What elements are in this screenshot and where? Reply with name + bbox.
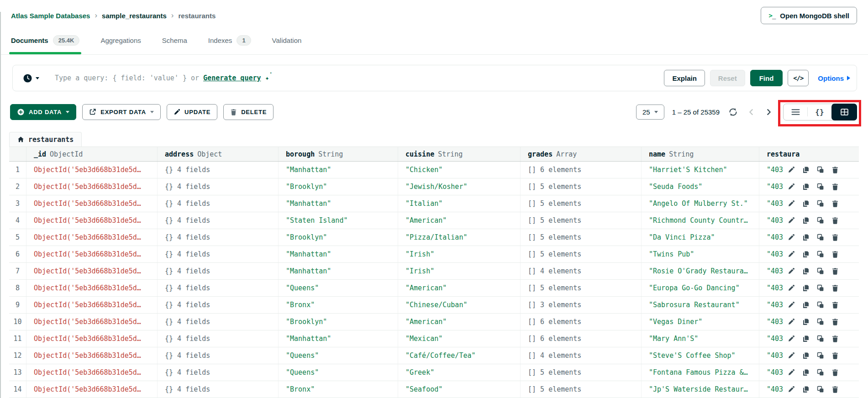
delete-document-button[interactable] <box>831 183 839 191</box>
generate-query-link[interactable]: Generate query <box>203 74 261 82</box>
delete-document-button[interactable] <box>831 318 839 326</box>
copy-document-button[interactable] <box>802 386 810 393</box>
cell-borough[interactable]: "Manhattan" <box>279 246 398 262</box>
cell-address[interactable]: {} 4 fields <box>158 280 279 296</box>
edit-document-button[interactable] <box>787 369 795 377</box>
delete-document-button[interactable] <box>831 369 839 377</box>
cell-address[interactable]: {} 4 fields <box>158 212 279 229</box>
column-header-borough[interactable]: boroughString <box>279 147 398 161</box>
cell-name[interactable]: "Harriet'S Kitchen" <box>642 162 759 178</box>
cell-name[interactable]: "Mary Ann'S" <box>642 330 759 347</box>
query-history-button[interactable] <box>23 73 39 83</box>
cell-grades[interactable]: [] 5 elements <box>521 195 642 212</box>
cell-borough[interactable]: "Manhattan" <box>279 263 398 279</box>
tab-aggregations[interactable]: Aggregations <box>100 26 141 54</box>
cell-id[interactable]: ObjectId('5eb3d668b31de5d… <box>26 263 158 279</box>
clone-document-button[interactable] <box>816 166 824 174</box>
edit-document-button[interactable] <box>787 166 795 174</box>
cell-name[interactable]: "Da Vinci Pizza" <box>642 229 759 246</box>
cell-cuisine[interactable]: "Seafood" <box>398 381 521 398</box>
cell-grades[interactable]: [] 4 elements <box>521 263 642 279</box>
clone-document-button[interactable] <box>816 301 824 309</box>
delete-document-button[interactable] <box>831 251 839 258</box>
copy-document-button[interactable] <box>802 267 810 275</box>
cell-borough[interactable]: "Staten Island" <box>279 212 398 229</box>
cell-id[interactable]: ObjectId('5eb3d668b31de5d… <box>26 280 158 296</box>
copy-document-button[interactable] <box>802 369 810 377</box>
cell-name[interactable]: "Rosie O'Grady Restaurant" <box>642 263 759 279</box>
find-button[interactable]: Find <box>750 70 783 86</box>
cell-id[interactable]: ObjectId('5eb3d668b31de5d… <box>26 297 158 313</box>
clone-document-button[interactable] <box>816 335 824 343</box>
cell-name[interactable]: "Richmond County Country … <box>642 212 759 229</box>
cell-cuisine[interactable]: "American" <box>398 314 521 330</box>
copy-document-button[interactable] <box>802 284 810 292</box>
cell-id[interactable]: ObjectId('5eb3d668b31de5d… <box>26 195 158 212</box>
cell-id[interactable]: ObjectId('5eb3d668b31de5d… <box>26 178 158 195</box>
edit-document-button[interactable] <box>787 318 795 326</box>
cell-cuisine[interactable]: "Mexican" <box>398 330 521 347</box>
cell-address[interactable]: {} 4 fields <box>158 195 279 212</box>
open-mongodb-shell-button[interactable]: >_ Open MongoDB shell <box>761 7 857 24</box>
cell-grades[interactable]: [] 5 elements <box>521 280 642 296</box>
cell-borough[interactable]: "Brooklyn" <box>279 314 398 330</box>
cell-grades[interactable]: [] 5 elements <box>521 364 642 381</box>
edit-document-button[interactable] <box>787 335 795 343</box>
edit-document-button[interactable] <box>787 183 795 191</box>
prev-page-button[interactable] <box>747 107 756 117</box>
cell-name[interactable]: "Jp'S Waterside Restauran… <box>642 381 759 398</box>
cell-grades[interactable]: [] 6 elements <box>521 314 642 330</box>
cell-grades[interactable]: [] 5 elements <box>521 246 642 262</box>
cell-id[interactable]: ObjectId('5eb3d668b31de5d… <box>26 162 158 178</box>
copy-document-button[interactable] <box>802 217 810 225</box>
cell-cuisine[interactable]: "Greek" <box>398 364 521 381</box>
cell-cuisine[interactable]: "American" <box>398 280 521 296</box>
copy-document-button[interactable] <box>802 183 810 191</box>
page-size-select[interactable]: 25 <box>636 105 664 120</box>
cell-grades[interactable]: [] 5 elements <box>521 229 642 246</box>
column-header-cuisine[interactable]: cuisineString <box>398 147 521 161</box>
update-button[interactable]: UPDATE <box>167 104 217 120</box>
delete-document-button[interactable] <box>831 217 839 225</box>
clone-document-button[interactable] <box>816 251 824 258</box>
cell-borough[interactable]: "Manhattan" <box>279 195 398 212</box>
add-data-button[interactable]: ADD DATA <box>10 104 76 120</box>
code-view-button[interactable]: </> <box>788 70 809 86</box>
clone-document-button[interactable] <box>816 234 824 241</box>
clone-document-button[interactable] <box>816 267 824 275</box>
edit-document-button[interactable] <box>787 386 795 393</box>
clone-document-button[interactable] <box>816 284 824 292</box>
cell-name[interactable]: "Twins Pub" <box>642 246 759 262</box>
cell-name[interactable]: "Sabrosura Restaurant" <box>642 297 759 313</box>
cell-name[interactable]: "Angelo Of Mulberry St." <box>642 195 759 212</box>
delete-document-button[interactable] <box>831 234 839 241</box>
cell-address[interactable]: {} 4 fields <box>158 229 279 246</box>
copy-document-button[interactable] <box>802 318 810 326</box>
explain-button[interactable]: Explain <box>664 70 705 86</box>
cell-borough[interactable]: "Brooklyn" <box>279 229 398 246</box>
options-toggle[interactable]: Options <box>818 74 850 82</box>
cell-cuisine[interactable]: "Chinese/Cuban" <box>398 297 521 313</box>
cell-borough[interactable]: "Queens" <box>279 364 398 381</box>
query-bar[interactable]: Type a query: { field: 'value' } or Gene… <box>12 65 857 91</box>
delete-document-button[interactable] <box>831 200 839 208</box>
cell-name[interactable]: "Vegas Diner" <box>642 314 759 330</box>
cell-address[interactable]: {} 4 fields <box>158 330 279 347</box>
reset-button[interactable]: Reset <box>710 70 745 86</box>
cell-name[interactable]: "Europa Go-Go Dancing" <box>642 280 759 296</box>
cell-address[interactable]: {} 4 fields <box>158 246 279 262</box>
cell-address[interactable]: {} 4 fields <box>158 364 279 381</box>
json-view-button[interactable]: {} <box>808 104 831 120</box>
copy-document-button[interactable] <box>802 352 810 360</box>
column-header-id[interactable]: _idObjectId <box>26 147 158 161</box>
clone-document-button[interactable] <box>816 369 824 377</box>
cell-address[interactable]: {} 4 fields <box>158 347 279 364</box>
tab-indexes[interactable]: Indexes 1 <box>208 26 251 54</box>
tab-schema[interactable]: Schema <box>162 26 187 54</box>
cell-grades[interactable]: [] 3 elements <box>521 297 642 313</box>
cell-grades[interactable]: [] 5 elements <box>521 381 642 398</box>
delete-document-button[interactable] <box>831 284 839 292</box>
cell-id[interactable]: ObjectId('5eb3d668b31de5d… <box>26 347 158 364</box>
cell-borough[interactable]: "Bronx" <box>279 297 398 313</box>
column-header-restaurant-id[interactable]: restaura <box>759 147 859 161</box>
